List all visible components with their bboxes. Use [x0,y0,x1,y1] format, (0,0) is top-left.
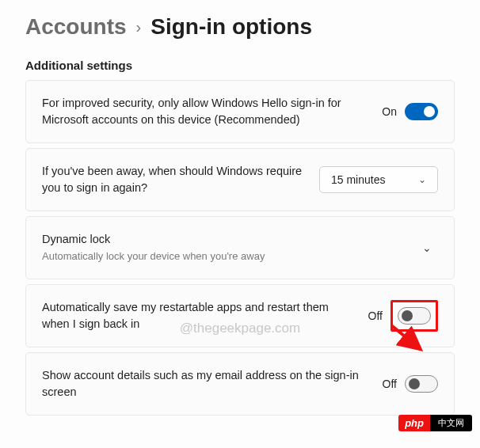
row-windows-hello-state: On [382,105,397,118]
row-show-account-details-text: Show account details such as my email ad… [42,367,367,401]
row-windows-hello: For improved security, only allow Window… [25,80,455,143]
row-show-account-details: Show account details such as my email ad… [25,352,455,416]
breadcrumb: Accounts › Sign-in options [0,0,480,46]
annotation-highlight [390,300,438,332]
row-restartable-apps-text: Automatically save my restartable apps a… [42,299,352,332]
select-require-signin[interactable]: 15 minutes ⌄ [319,166,438,193]
row-dynamic-lock-subtitle: Automatically lock your device when you'… [42,249,400,264]
php-badge: php 中文网 [398,415,472,431]
row-require-signin: If you've been away, when should Windows… [25,148,455,211]
toggle-windows-hello[interactable] [405,103,438,120]
chevron-right-icon: › [136,18,142,36]
section-title: Additional settings [0,46,480,80]
php-badge-right: 中文网 [430,415,472,431]
row-show-account-details-state: Off [383,378,397,390]
row-restartable-apps: Automatically save my restartable apps a… [25,284,455,347]
breadcrumb-current: Sign-in options [150,14,312,40]
row-dynamic-lock-title: Dynamic lock [42,231,400,248]
row-windows-hello-text: For improved security, only allow Window… [42,95,366,128]
select-require-signin-value: 15 minutes [331,173,385,186]
chevron-down-icon[interactable]: ⌄ [416,238,438,257]
row-require-signin-text: If you've been away, when should Windows… [42,163,303,196]
breadcrumb-parent-link[interactable]: Accounts [25,14,127,40]
row-dynamic-lock[interactable]: Dynamic lock Automatically lock your dev… [25,216,455,279]
php-badge-left: php [398,415,430,431]
chevron-down-icon: ⌄ [418,174,426,185]
row-dynamic-lock-text: Dynamic lock Automatically lock your dev… [42,231,400,264]
toggle-show-account-details[interactable] [405,375,438,393]
row-restartable-apps-state: Off [368,309,383,322]
toggle-restartable-apps[interactable] [398,307,431,325]
